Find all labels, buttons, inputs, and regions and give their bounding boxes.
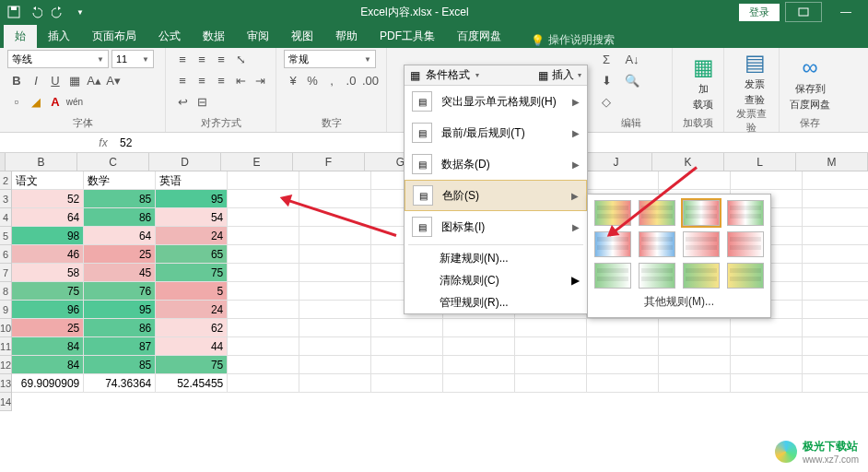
cell[interactable]	[228, 208, 299, 227]
column-header[interactable]: D	[149, 153, 221, 171]
cell[interactable]	[731, 337, 803, 356]
cell[interactable]	[371, 356, 443, 374]
color-scale-swatch[interactable]	[639, 263, 675, 289]
cell[interactable]: 5	[156, 282, 228, 301]
cell[interactable]	[803, 264, 868, 282]
cell[interactable]: 76	[84, 282, 156, 301]
cell[interactable]	[228, 245, 299, 264]
qat-more-icon[interactable]: ▼	[70, 2, 90, 22]
cell[interactable]	[299, 356, 371, 374]
undo-icon[interactable]	[26, 2, 46, 22]
phonetic-icon[interactable]: wén	[65, 92, 84, 111]
row-header[interactable]: 3	[0, 190, 11, 208]
cf-menu-item[interactable]: ▤图标集(I)▶	[405, 211, 587, 242]
cell[interactable]	[228, 171, 299, 190]
cf-menu-item[interactable]: 清除规则(C)▶	[405, 269, 587, 291]
cell[interactable]	[587, 337, 659, 356]
cell[interactable]	[803, 171, 868, 190]
cell[interactable]	[659, 374, 731, 393]
cell[interactable]	[731, 374, 803, 393]
formula-input[interactable]: 52	[114, 136, 137, 149]
row-header[interactable]: 13	[0, 374, 11, 393]
number-format-combo[interactable]: 常规▼	[284, 50, 376, 68]
tab-insert[interactable]: 插入	[37, 25, 81, 48]
minimize-icon[interactable]: —	[827, 2, 864, 22]
merge-icon[interactable]: ⊟	[193, 92, 211, 111]
cell[interactable]: 数学	[84, 171, 156, 190]
column-header[interactable]: B	[6, 153, 77, 171]
row-header[interactable]: 7	[0, 264, 11, 282]
wrap-text-icon[interactable]: ↩	[173, 92, 192, 111]
column-header[interactable]: L	[724, 153, 796, 171]
cf-menu-item[interactable]: ▤数据条(D)▶	[405, 148, 587, 180]
indent-inc-icon[interactable]: ⇥	[251, 71, 269, 89]
cell[interactable]: 64	[12, 208, 84, 227]
cell[interactable]: 64	[84, 227, 156, 245]
column-header[interactable]: F	[293, 153, 365, 171]
cell[interactable]	[803, 374, 868, 393]
cell[interactable]	[803, 227, 868, 245]
tab-layout[interactable]: 页面布局	[81, 25, 147, 48]
color-scale-swatch[interactable]	[639, 231, 675, 257]
row-header[interactable]: 5	[0, 227, 11, 245]
comma-icon[interactable]: ,	[323, 71, 341, 89]
cell[interactable]: 英语	[156, 171, 228, 190]
cell[interactable]	[371, 319, 443, 337]
cell[interactable]	[803, 319, 868, 337]
cell[interactable]	[228, 264, 299, 282]
cell[interactable]: 85	[84, 190, 156, 208]
cf-menu-item[interactable]: ▤突出显示单元格规则(H)▶	[405, 86, 587, 117]
color-scale-swatch[interactable]	[639, 200, 675, 226]
cell[interactable]: 52	[12, 190, 84, 208]
more-rules-link[interactable]: 其他规则(M)...	[593, 289, 765, 312]
cell[interactable]: 46	[12, 245, 84, 264]
color-scale-swatch[interactable]	[683, 263, 720, 289]
cf-menu-item[interactable]: 新建规则(N)...	[405, 247, 587, 269]
cell[interactable]	[731, 171, 803, 190]
align-left-icon[interactable]: ≡	[173, 71, 192, 89]
cell[interactable]	[587, 171, 659, 190]
cell[interactable]	[803, 301, 868, 319]
bold-icon[interactable]: B	[7, 71, 26, 89]
cell[interactable]: 24	[156, 227, 228, 245]
cell[interactable]: 语文	[12, 171, 84, 190]
cell[interactable]	[731, 356, 803, 374]
row-header[interactable]: 11	[0, 337, 11, 356]
cell[interactable]	[515, 374, 587, 393]
conditional-format-button[interactable]: ▦ 条件格式▾ ▦插入▾	[405, 65, 587, 86]
save-icon[interactable]	[4, 2, 24, 22]
row-header[interactable]: 10	[0, 319, 11, 337]
color-scale-swatch[interactable]	[683, 231, 720, 257]
clear-icon[interactable]: ◇	[597, 92, 616, 111]
orientation-icon[interactable]: ⤡	[231, 50, 250, 68]
cell[interactable]: 95	[84, 301, 156, 319]
row-header[interactable]: 14	[0, 393, 11, 411]
fill-color-icon[interactable]: ◢	[27, 92, 45, 111]
column-header[interactable]: E	[221, 153, 293, 171]
tab-review[interactable]: 审阅	[236, 25, 280, 48]
cell[interactable]	[587, 374, 659, 393]
tab-view[interactable]: 视图	[280, 25, 324, 48]
tab-data[interactable]: 数据	[192, 25, 236, 48]
shrink-font-icon[interactable]: A▾	[104, 71, 123, 89]
redo-icon[interactable]	[48, 2, 68, 22]
cell[interactable]	[803, 282, 868, 301]
italic-icon[interactable]: I	[27, 71, 45, 89]
cell[interactable]: 52.45455	[156, 374, 228, 393]
tell-me-search[interactable]: 💡 操作说明搜索	[531, 32, 615, 48]
cell[interactable]: 62	[156, 319, 228, 337]
sort-icon[interactable]: A↓	[623, 50, 641, 68]
row-header[interactable]: 9	[0, 301, 11, 319]
currency-icon[interactable]: ¥	[284, 71, 302, 89]
tab-baidu[interactable]: 百度网盘	[446, 25, 512, 48]
row-header[interactable]: 8	[0, 282, 11, 301]
cell[interactable]: 86	[84, 208, 156, 227]
cell[interactable]: 25	[84, 245, 156, 264]
align-right-icon[interactable]: ≡	[212, 71, 230, 89]
cell[interactable]: 87	[84, 337, 156, 356]
cell[interactable]	[299, 282, 371, 301]
cell[interactable]	[299, 319, 371, 337]
row-header[interactable]: 6	[0, 245, 11, 264]
color-scale-swatch[interactable]	[683, 200, 720, 226]
cell[interactable]: 24	[156, 301, 228, 319]
